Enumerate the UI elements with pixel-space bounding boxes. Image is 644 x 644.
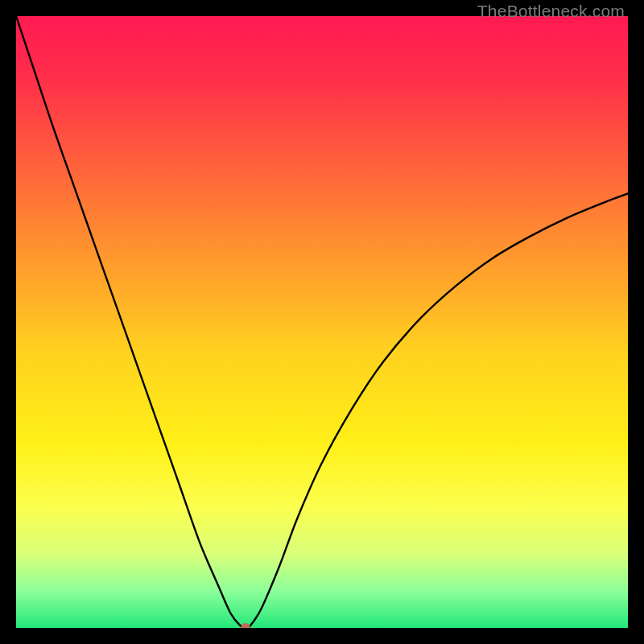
gradient-background (16, 16, 628, 628)
watermark-text: TheBottleneck.com (477, 2, 625, 21)
chart-frame (16, 16, 628, 628)
bottleneck-chart (16, 16, 628, 628)
